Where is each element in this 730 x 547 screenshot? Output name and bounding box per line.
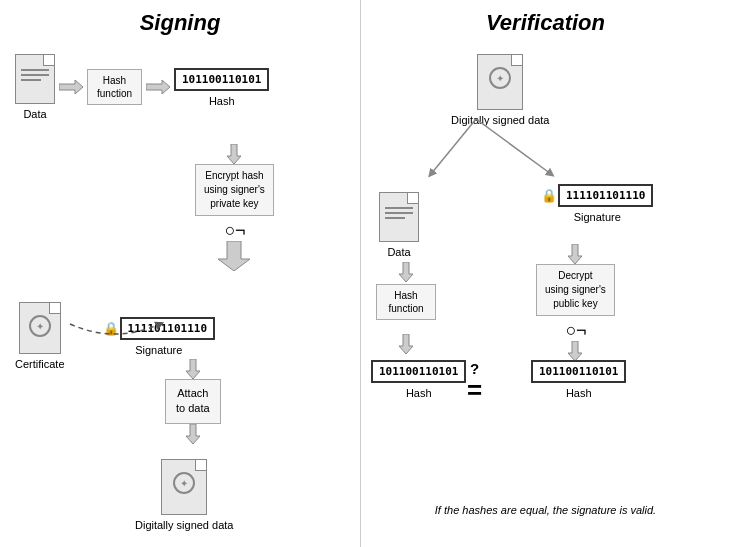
arrow-data-to-hashfn: [396, 262, 416, 285]
arrow-down-from-attach: [183, 424, 203, 444]
encrypt-box: Encrypt hashusing signer'sprivate key: [195, 164, 274, 216]
verif-hash-left: 101100110101: [371, 360, 466, 383]
attach-text: Attachto data: [176, 387, 210, 414]
svg-marker-4: [186, 359, 200, 379]
svg-marker-0: [59, 80, 83, 94]
verif-signature-label: Signature: [574, 211, 621, 223]
verif-hash-right-container: 101100110101 Hash: [531, 360, 626, 399]
certificate-container: Certificate: [15, 302, 65, 370]
signing-title: Signing: [10, 10, 350, 36]
signed-doc-icon: [161, 459, 207, 515]
verif-data-doc-icon: [379, 192, 419, 242]
verif-doc-line2: [385, 212, 413, 214]
signing-section: Signing Data: [0, 0, 360, 547]
hash-function-box-signing: Hashfunction: [87, 69, 142, 105]
verif-signature-box: 111101101110: [558, 184, 653, 207]
certificate-label: Certificate: [15, 358, 65, 370]
verif-data-label: Data: [387, 246, 410, 258]
svg-marker-11: [568, 341, 582, 361]
svg-marker-5: [186, 424, 200, 444]
verif-hash-right-label: Hash: [566, 387, 592, 399]
verif-hash-function-box: Hashfunction: [376, 284, 436, 320]
arrow-down-to-encrypt: [224, 144, 244, 164]
arrow-to-hash-func: [59, 77, 83, 97]
verif-signed-doc-icon: [477, 54, 523, 110]
split-arrow-svg: [401, 119, 621, 179]
verification-inner: Digitally signed data: [371, 44, 720, 534]
doc-line1: [21, 69, 49, 71]
dashed-arrow-svg: [65, 314, 165, 344]
arrow-down-from-decrypt: [565, 341, 585, 361]
verification-section: Verification Digitally signed data: [361, 0, 730, 547]
data-label: Data: [23, 108, 46, 120]
arrow-down-data: [396, 262, 416, 282]
private-key-icon: ⌐○: [224, 220, 245, 241]
arrow-to-hash: [146, 77, 170, 97]
hash-value-container: 101100110101 Hash: [174, 68, 269, 107]
data-document: Data: [15, 54, 55, 120]
verif-hash-left-label: Hash: [406, 387, 432, 399]
svg-marker-2: [227, 144, 241, 164]
certificate-icon: [19, 302, 61, 354]
doc-line3: [21, 79, 41, 81]
signed-doc-seal: [173, 472, 195, 494]
verification-title: Verification: [371, 10, 720, 36]
arrow-down-big: [214, 241, 254, 271]
svg-marker-9: [399, 334, 413, 354]
verif-hash-left-container: 101100110101 Hash: [371, 360, 466, 399]
cert-seal: [29, 315, 51, 337]
arrow-down-to-attach: [183, 359, 203, 379]
verif-signed-doc-seal: [489, 67, 511, 89]
arrow-down-to-decrypt: [565, 244, 585, 264]
encrypt-section: Encrypt hashusing signer'sprivate key ⌐○: [195, 144, 274, 271]
verif-hash-right: 101100110101: [531, 360, 626, 383]
main-container: Signing Data: [0, 0, 730, 547]
arrow-down-hashfn: [396, 334, 416, 354]
verif-doc-lines: [380, 193, 418, 223]
arrow-hashfn-to-hash: [396, 334, 416, 357]
attach-section: Attachto data: [165, 359, 221, 444]
hash-label-signing: Hash: [209, 95, 235, 107]
verif-doc-line1: [385, 207, 413, 209]
svg-line-7: [476, 119, 551, 174]
digitally-signed-label-signing: Digitally signed data: [135, 519, 233, 531]
verif-signature-container: 🔒 111101101110 Signature: [541, 184, 653, 223]
decrypt-box: Decryptusing signer'spublic key: [536, 264, 615, 316]
signing-row1: Data Hashfunction 101100110101 Hash: [15, 54, 269, 120]
svg-marker-8: [399, 262, 413, 282]
hash-value-box-signing: 101100110101: [174, 68, 269, 91]
doc-line2: [21, 74, 49, 76]
hash-function-box-verif: Hashfunction: [376, 284, 436, 320]
decrypt-section: Decryptusing signer'spublic key ⌐○: [536, 244, 615, 361]
svg-line-6: [431, 119, 476, 174]
verif-data-container: Data: [379, 192, 419, 258]
hash-function-label-verif: Hashfunction: [388, 290, 423, 314]
verif-sig-box-with-lock: 🔒 111101101110: [541, 184, 653, 207]
attach-box: Attachto data: [165, 379, 221, 424]
public-key-icon: ⌐○: [565, 320, 586, 341]
signed-doc-container: Digitally signed data: [135, 459, 233, 531]
encrypt-text: Encrypt hashusing signer'sprivate key: [204, 170, 265, 209]
doc-lines: [16, 55, 54, 85]
comparison-signs: ? =: [467, 360, 482, 403]
svg-marker-10: [568, 244, 582, 264]
svg-marker-1: [146, 80, 170, 94]
lock-icon-verif: 🔒: [541, 188, 557, 203]
verif-doc-line3: [385, 217, 405, 219]
signing-inner: Data Hashfunction 101100110101 Hash: [10, 44, 350, 534]
decrypt-text: Decryptusing signer'spublic key: [545, 270, 606, 309]
equals-sign: =: [467, 377, 482, 403]
svg-marker-3: [218, 241, 250, 271]
data-doc-icon: [15, 54, 55, 104]
dashed-curve-svg: [65, 314, 165, 347]
hash-function-label-signing: Hashfunction: [97, 75, 132, 99]
verif-signed-top: Digitally signed data: [451, 54, 549, 126]
footer-text: If the hashes are equal, the signature i…: [371, 504, 720, 516]
